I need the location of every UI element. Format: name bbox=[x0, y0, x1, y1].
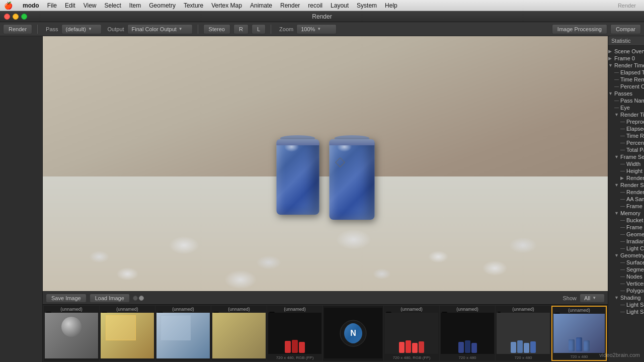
output-dropdown-arrow: ▼ bbox=[179, 27, 183, 31]
minimize-button[interactable] bbox=[13, 14, 19, 20]
filmstrip-item-3[interactable]: (unnamed) 0 bbox=[211, 306, 267, 361]
apple-menu[interactable]: 🍎 bbox=[4, 2, 13, 10]
l-button[interactable]: L bbox=[252, 24, 266, 34]
tree-item-32[interactable]: —Nodes bbox=[608, 273, 644, 280]
tree-item-3[interactable]: —Elapsed Time bbox=[608, 69, 644, 76]
menu-edit[interactable]: Edit bbox=[61, 1, 79, 10]
tree-item-26[interactable]: —Geometry Cache bbox=[608, 231, 644, 238]
menu-texture[interactable]: Texture bbox=[180, 1, 207, 10]
tree-item-16[interactable]: —Width bbox=[608, 160, 644, 167]
tree-item-2[interactable]: ▼Render Time bbox=[608, 62, 644, 69]
tree-label: AA Samples bbox=[626, 196, 644, 202]
zoom-dropdown[interactable]: 100% ▼ bbox=[296, 24, 337, 34]
tree-item-34[interactable]: —Polygons bbox=[608, 287, 644, 294]
tree-item-1[interactable]: ▶Frame 0 bbox=[608, 55, 644, 62]
mini-can-4c bbox=[299, 342, 305, 353]
tree-label: Polygons bbox=[626, 288, 644, 294]
tree-item-22[interactable]: —Frame Passes bbox=[608, 203, 644, 210]
menu-animate[interactable]: Animate bbox=[246, 1, 276, 10]
tree-item-12[interactable]: —Time Remaining bbox=[608, 132, 644, 139]
tree-item-17[interactable]: —Height bbox=[608, 167, 644, 174]
menu-select[interactable]: Select bbox=[101, 1, 125, 10]
save-image-button[interactable]: Save Image bbox=[46, 294, 87, 303]
tree-item-19[interactable]: ▼Render Settings bbox=[608, 182, 644, 189]
tree-item-7[interactable]: —Pass Name bbox=[608, 97, 644, 104]
filmstrip-item-2[interactable]: (unnamed) 9 bbox=[155, 306, 211, 361]
film-thumb-logo: N bbox=[324, 308, 382, 358]
filmstrip-item-0[interactable]: (unnamed) 6 bbox=[44, 306, 99, 361]
output-dropdown[interactable]: Final Color Output ▼ bbox=[127, 24, 193, 34]
pass-dropdown[interactable]: (default) ▼ bbox=[61, 24, 102, 34]
r-button[interactable]: R bbox=[233, 24, 249, 34]
maximize-button[interactable] bbox=[21, 14, 27, 20]
image-processing-tab[interactable]: Image Processing bbox=[552, 24, 607, 34]
mc-6b bbox=[406, 340, 411, 353]
filmstrip-item-7[interactable]: (unnamed) 3 720 x 480 bbox=[440, 306, 495, 361]
film-thumb-0 bbox=[45, 313, 98, 358]
tree-item-9[interactable]: ▼Render Time bbox=[608, 111, 644, 118]
menu-geometry[interactable]: Geometry bbox=[145, 1, 180, 10]
tree-item-11[interactable]: —Elapsed Time bbox=[608, 125, 644, 132]
filmstrip-item-9[interactable]: (unnamed) 4 720 x 480 bbox=[551, 306, 607, 361]
menu-file[interactable]: File bbox=[43, 1, 61, 10]
tree-item-31[interactable]: —Segments bbox=[608, 266, 644, 273]
film-info-6: 720 x 480, RGB (FP) bbox=[384, 355, 439, 361]
tree-item-23[interactable]: ▼Memory bbox=[608, 210, 644, 217]
close-button[interactable] bbox=[4, 14, 10, 20]
filmstrip-item-8[interactable]: (unnamed) 720 x 480 bbox=[496, 306, 551, 361]
render-viewport[interactable] bbox=[43, 36, 608, 291]
tree-item-36[interactable]: —Light Sources bbox=[608, 301, 644, 308]
menu-recoil[interactable]: recoil bbox=[304, 1, 327, 10]
tree-label: Time Remaining bbox=[620, 76, 644, 82]
menu-view[interactable]: View bbox=[79, 1, 101, 10]
menu-render[interactable]: Render bbox=[276, 1, 304, 10]
tree-item-28[interactable]: —Light Cache bbox=[608, 245, 644, 252]
tree-item-15[interactable]: ▼Frame Settings bbox=[608, 153, 644, 160]
tree-label: Scene Overview bbox=[614, 48, 644, 54]
tree-item-6[interactable]: ▼Passes bbox=[608, 90, 644, 97]
tree-item-20[interactable]: —Render Threads bbox=[608, 189, 644, 196]
stereo-button[interactable]: Stereo bbox=[203, 24, 230, 34]
tree-item-10[interactable]: —Preprocessing Time bbox=[608, 118, 644, 125]
tree-item-37[interactable]: —Light Samples bbox=[608, 308, 644, 315]
menu-help[interactable]: Help bbox=[381, 1, 401, 10]
menu-vertexmap[interactable]: Vertex Map bbox=[207, 1, 246, 10]
filmstrip-item-1[interactable]: (unnamed) 8 bbox=[100, 306, 155, 361]
tree-arrow: ▼ bbox=[614, 183, 620, 188]
tree-item-35[interactable]: ▼Shading bbox=[608, 294, 644, 301]
tree-item-14[interactable]: —Total Passes bbox=[608, 146, 644, 153]
tree-item-24[interactable]: —Bucket Buffers bbox=[608, 217, 644, 224]
show-dropdown-arrow: ▼ bbox=[592, 296, 596, 300]
filmstrip-item-4[interactable]: (unnamed) 1 720 x 480, RGB (FP) bbox=[267, 306, 323, 361]
tree-item-5[interactable]: —Percent Complete bbox=[608, 83, 644, 90]
tree-item-27[interactable]: —Irradiance Cache bbox=[608, 238, 644, 245]
filmstrip-item-logo[interactable]: N bbox=[323, 306, 383, 361]
film-label-7: (unnamed) bbox=[440, 306, 495, 312]
show-dropdown[interactable]: All ▼ bbox=[580, 294, 605, 303]
tree-arrow: ▶ bbox=[620, 175, 626, 180]
tree-item-21[interactable]: —AA Samples bbox=[608, 196, 644, 203]
tree-item-33[interactable]: —Vertices bbox=[608, 280, 644, 287]
menu-item[interactable]: Item bbox=[125, 1, 145, 10]
render-button[interactable]: Render bbox=[3, 24, 32, 34]
compare-tab[interactable]: Compar bbox=[610, 24, 641, 34]
film-info-0 bbox=[44, 359, 99, 361]
tree-label: Render Settings bbox=[620, 182, 644, 188]
tree-item-8[interactable]: —Eye bbox=[608, 104, 644, 111]
tree-item-13[interactable]: —Percent Complete bbox=[608, 139, 644, 146]
filmstrip-item-6[interactable]: (unnamed) 2 720 x 480, RGB (FP) bbox=[384, 306, 439, 361]
tree-item-30[interactable]: —Surfaces bbox=[608, 259, 644, 266]
tree-arrow: — bbox=[620, 147, 626, 152]
tree-item-0[interactable]: ▶Scene Overview bbox=[608, 48, 644, 55]
menu-system[interactable]: System bbox=[353, 1, 381, 10]
tree-item-29[interactable]: ▼Geometry bbox=[608, 252, 644, 259]
menu-modo[interactable]: modo bbox=[19, 1, 43, 10]
render-image bbox=[43, 36, 608, 291]
film-thumb-2 bbox=[156, 313, 210, 358]
mc-6a bbox=[399, 342, 405, 353]
tree-item-18[interactable]: ▶Render Region bbox=[608, 174, 644, 182]
menu-layout[interactable]: Layout bbox=[327, 1, 353, 10]
load-image-button[interactable]: Load Image bbox=[90, 294, 130, 303]
tree-item-25[interactable]: —Frame Buffer bbox=[608, 224, 644, 231]
tree-item-4[interactable]: —Time Remaining bbox=[608, 76, 644, 83]
